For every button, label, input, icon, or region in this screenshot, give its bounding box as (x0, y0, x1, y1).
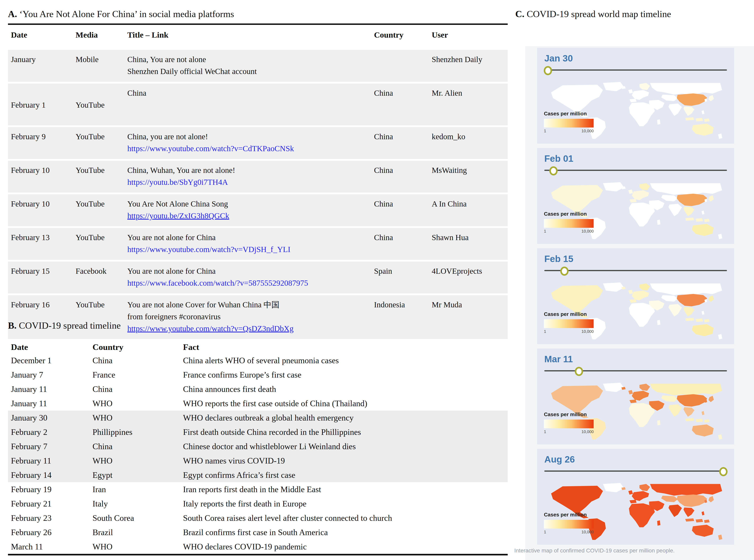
map-region-philippines[interactable] (701, 311, 704, 315)
map-region-se-asia[interactable] (683, 407, 695, 417)
map-region-scandinavia[interactable] (639, 484, 650, 491)
map-region-philippines[interactable] (701, 110, 704, 114)
video-link[interactable]: https://www.youtube.com/watch?v=VDjSH_f_… (127, 243, 374, 256)
map-region-scandinavia[interactable] (639, 183, 650, 191)
map-region-australia[interactable] (692, 324, 714, 336)
map-region-japan[interactable] (709, 396, 714, 402)
row-title-link: China, you are not alone!https://www.you… (127, 131, 374, 155)
map-region-greenland[interactable] (603, 182, 624, 192)
row-user: 4LOVEprojects (432, 265, 508, 289)
map-region-se-asia[interactable] (683, 507, 695, 517)
timeline-slider-track[interactable] (544, 266, 727, 275)
map-region-indonesia[interactable] (685, 218, 710, 222)
map-region-central-asia[interactable] (661, 295, 678, 302)
map-region-se-asia[interactable] (683, 307, 695, 317)
map-region-indonesia[interactable] (685, 117, 710, 122)
map-region-uk[interactable] (628, 89, 633, 94)
map-region-australia[interactable] (692, 224, 714, 236)
row-country: WHO (93, 456, 183, 465)
row-fact: WHO reports the first case outside of Ch… (183, 399, 508, 408)
map-region-china[interactable] (677, 294, 707, 306)
row-country: China (374, 232, 432, 256)
map-region-uk[interactable] (628, 290, 633, 294)
timeline-slider-handle[interactable] (549, 166, 558, 176)
map-region-indonesia[interactable] (685, 518, 710, 523)
map-region-central-asia[interactable] (661, 395, 678, 402)
map-region-australia[interactable] (692, 424, 714, 437)
spread-timeline-header: Date Country Fact (8, 341, 508, 353)
map-region-greenland[interactable] (603, 483, 624, 492)
map-region-japan[interactable] (709, 496, 714, 502)
map-region-russia[interactable] (650, 283, 722, 295)
video-title-line: China, You are not alone (127, 54, 374, 65)
map-region-new-zealand[interactable] (718, 535, 722, 540)
timeline-slider-handle[interactable] (560, 266, 569, 276)
map-region-russia[interactable] (650, 183, 722, 195)
column-header-title-link: Title – Link (127, 30, 374, 40)
map-region-philippines[interactable] (701, 211, 704, 215)
section-b-letter: B. (8, 320, 17, 331)
map-region-greenland[interactable] (603, 282, 624, 292)
timeline-slider-track[interactable] (544, 65, 727, 74)
map-region-china[interactable] (677, 494, 707, 507)
timeline-slider-track[interactable] (544, 366, 727, 375)
map-region-india[interactable] (669, 103, 682, 116)
map-region-australia[interactable] (692, 525, 714, 537)
map-region-russia[interactable] (650, 384, 722, 396)
timeline-slider-track[interactable] (544, 466, 727, 476)
row-title-link: You are not alone for Chinahttps://www.f… (127, 265, 374, 289)
legend-title: Cases per million (544, 311, 594, 317)
map-region-scandinavia[interactable] (639, 283, 650, 291)
timeline-slider-handle[interactable] (575, 367, 583, 376)
map-region-russia[interactable] (650, 83, 722, 95)
map-region-china[interactable] (677, 394, 707, 407)
map-region-uk[interactable] (628, 491, 633, 495)
video-link[interactable]: https://www.youtube.com/watch?v=CdTKPaoC… (127, 143, 374, 155)
map-region-india[interactable] (669, 204, 682, 216)
map-region-china[interactable] (677, 93, 707, 106)
map-region-new-zealand[interactable] (718, 234, 722, 239)
map-region-philippines[interactable] (701, 411, 704, 415)
map-region-new-zealand[interactable] (718, 434, 722, 440)
map-region-greenland[interactable] (603, 383, 624, 392)
map-region-central-asia[interactable] (661, 496, 678, 502)
map-region-japan[interactable] (709, 295, 714, 302)
timeline-slider-handle[interactable] (544, 66, 552, 75)
map-region-russia[interactable] (650, 484, 722, 496)
map-region-uk[interactable] (628, 390, 633, 395)
timeline-slider-track[interactable] (544, 165, 727, 175)
map-region-india[interactable] (669, 504, 682, 517)
map-region-scandinavia[interactable] (639, 384, 650, 391)
map-region-uk[interactable] (628, 189, 633, 194)
map-region-greenland[interactable] (603, 82, 624, 91)
map-region-indonesia[interactable] (685, 418, 710, 423)
map-region-new-zealand[interactable] (718, 334, 722, 339)
map-region-china[interactable] (677, 194, 707, 206)
map-region-indonesia[interactable] (685, 318, 710, 322)
section-a-letter: A. (8, 9, 17, 19)
social-media-table-row: February 10 YouTube China, Wuhan, You ar… (8, 161, 508, 193)
video-link[interactable]: https://youtu.be/ZxIG3h8QGCk (127, 210, 374, 222)
map-region-se-asia[interactable] (683, 207, 695, 216)
video-link[interactable]: https://www.facebook.com/watch/?v=587555… (127, 277, 374, 289)
map-region-japan[interactable] (709, 195, 714, 201)
map-region-new-zealand[interactable] (718, 134, 722, 139)
map-date-label: Aug 26 (544, 454, 575, 465)
timeline-slider-handle[interactable] (719, 467, 728, 476)
video-link[interactable]: https://youtu.be/SbYg0i7TH4A (127, 176, 374, 188)
video-link[interactable]: https://www.youtube.com/watch?v=QsDZ3ndD… (127, 323, 374, 335)
map-region-scandinavia[interactable] (639, 83, 650, 90)
row-date: January (11, 54, 76, 77)
row-media: YouTube (76, 164, 127, 188)
map-region-india[interactable] (669, 404, 682, 417)
map-region-australia[interactable] (692, 124, 714, 136)
map-region-central-asia[interactable] (661, 95, 678, 101)
row-fact: WHO names virus COVID-19 (183, 456, 508, 465)
map-region-se-asia[interactable] (683, 106, 695, 116)
row-fact: South Corea raises alert level after clu… (183, 513, 508, 523)
map-date-label: Feb 15 (544, 254, 573, 264)
map-region-central-asia[interactable] (661, 195, 678, 201)
map-region-india[interactable] (669, 304, 682, 317)
map-region-japan[interactable] (709, 95, 714, 101)
map-region-philippines[interactable] (701, 511, 704, 516)
